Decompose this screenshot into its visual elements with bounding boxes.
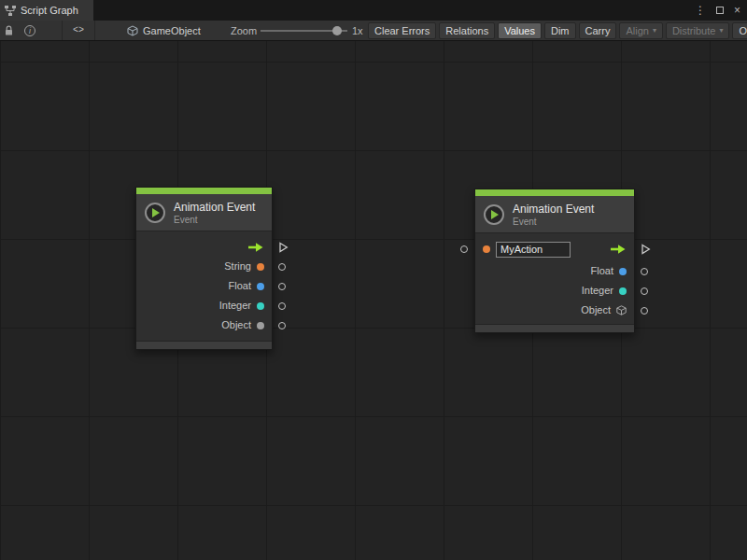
float-output-row: Float (475, 261, 634, 281)
values-button[interactable]: Values (498, 22, 542, 39)
integer-type-icon (619, 287, 627, 295)
chevron-down-icon: ▾ (653, 26, 656, 35)
flow-output-port[interactable] (278, 241, 289, 253)
carry-button[interactable]: Carry (579, 22, 617, 39)
zoom-value: 1x (352, 21, 363, 40)
relations-button[interactable]: Relations (439, 22, 495, 39)
node-accent-bar (136, 188, 272, 194)
integer-output-row: Integer (136, 296, 272, 315)
object-output-row: Object (475, 301, 634, 320)
window-controls: ⋮ × (695, 0, 747, 21)
maximize-glyph (716, 7, 724, 14)
node-subtitle: Event (513, 217, 594, 227)
event-name-input[interactable] (496, 242, 571, 258)
graph-canvas[interactable]: Animation Event Event String (0, 41, 747, 560)
integer-output-port[interactable] (278, 302, 286, 310)
lock-icon[interactable] (4, 21, 14, 40)
object-type-icon (616, 305, 627, 315)
integer-output-row: Integer (475, 281, 634, 301)
name-input-port[interactable] (460, 245, 468, 253)
flow-arrow-icon (247, 242, 264, 253)
float-type-icon (619, 268, 627, 275)
float-type-icon (257, 283, 264, 290)
gameobject-icon (127, 25, 138, 36)
clear-errors-button[interactable]: Clear Errors (368, 22, 436, 39)
object-output-row: Object (136, 315, 272, 335)
node-body: String Float Integer Object (136, 231, 272, 341)
port-label: Object (221, 320, 251, 330)
info-icon[interactable]: i (24, 21, 35, 40)
node-header[interactable]: Animation Event Event (136, 194, 272, 231)
menu-icon[interactable]: ⋮ (695, 5, 706, 16)
port-label: Object (581, 305, 611, 315)
string-output-row: String (136, 257, 272, 276)
target-label: GameObject (143, 25, 201, 36)
float-output-port[interactable] (641, 268, 648, 275)
event-play-icon (145, 203, 165, 223)
info-glyph: i (24, 25, 35, 36)
event-name-row (475, 237, 634, 261)
port-label: String (224, 261, 251, 272)
port-label: Float (591, 266, 613, 276)
graph-icon (5, 6, 16, 16)
flow-output-row (136, 237, 272, 257)
node-accent-bar (475, 189, 634, 196)
flow-output-port[interactable] (641, 244, 651, 256)
string-output-port[interactable] (278, 263, 286, 271)
align-button: Align ▾ (619, 22, 662, 39)
node-title: Animation Event (513, 203, 594, 216)
node-footer (475, 324, 634, 332)
node-title: Animation Event (174, 201, 255, 214)
toolbar-buttons: Clear Errors Relations Values Dim Carry … (368, 21, 747, 40)
animation-event-node-1[interactable]: Animation Event Event String (135, 187, 273, 350)
object-type-icon (257, 322, 264, 329)
float-output-port[interactable] (278, 283, 286, 290)
distribute-label: Distribute (672, 25, 715, 36)
dim-button[interactable]: Dim (544, 22, 576, 39)
port-label: Float (229, 281, 251, 291)
object-output-port[interactable] (278, 322, 286, 329)
zoom-slider-handle[interactable] (332, 26, 342, 35)
distribute-button: Distribute ▾ (666, 22, 729, 39)
port-label: Integer (219, 301, 251, 311)
close-icon[interactable]: × (734, 5, 740, 16)
string-type-icon (257, 263, 264, 271)
tab-bar: Script Graph ⋮ × (0, 0, 747, 21)
float-output-row: Float (136, 276, 272, 296)
node-body: Float Integer Object (475, 233, 634, 324)
align-label: Align (626, 25, 648, 36)
chevron-down-icon: ▾ (719, 26, 723, 35)
integer-output-port[interactable] (641, 287, 648, 295)
tab-script-graph[interactable]: Script Graph (0, 0, 93, 21)
zoom-label: Zoom (231, 21, 257, 40)
code-icon: <> (73, 25, 84, 35)
toolbar: i <> GameObject Zoom 1x Clear Errors Rel… (0, 21, 747, 41)
code-view-button[interactable]: <> (62, 21, 95, 40)
overview-button[interactable]: Overview (732, 22, 747, 39)
node-subtitle: Event (174, 215, 255, 225)
maximize-icon[interactable] (716, 5, 724, 16)
port-label: Integer (582, 286, 613, 296)
node-header[interactable]: Animation Event Event (475, 196, 634, 233)
node-footer (136, 341, 272, 349)
string-type-icon (483, 245, 490, 253)
graph-target[interactable]: GameObject (127, 21, 201, 40)
script-graph-window: Script Graph ⋮ × i <> (0, 0, 747, 41)
animation-event-node-2[interactable]: Animation Event Event (474, 189, 635, 333)
event-play-icon (484, 204, 504, 225)
object-output-port[interactable] (641, 307, 648, 315)
zoom-slider[interactable] (261, 21, 347, 40)
flow-arrow-icon (610, 244, 627, 255)
tab-title: Script Graph (21, 5, 78, 16)
integer-type-icon (257, 302, 264, 310)
